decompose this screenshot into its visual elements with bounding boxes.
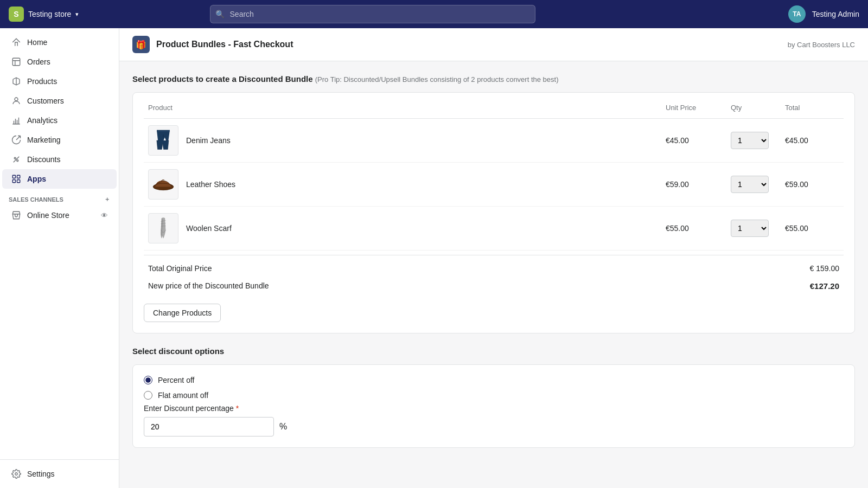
summary-new-price-row: New price of the Discounted Bundle €127.… xyxy=(144,277,844,295)
percent-symbol: % xyxy=(279,422,287,432)
store-icon xyxy=(11,210,22,221)
discount-section: Select discount options Percent off Flat… xyxy=(132,346,855,448)
products-section: Select products to create a Discounted B… xyxy=(132,74,855,333)
app-header-left: 🎁 Product Bundles - Fast Checkout xyxy=(132,36,293,53)
app-by: by Cart Boosters LLC xyxy=(788,41,855,49)
product-total-shoes: €59.00 xyxy=(785,180,839,189)
sidebar-item-home[interactable]: Home xyxy=(2,33,117,52)
customers-icon xyxy=(11,95,22,106)
orders-icon xyxy=(11,56,22,67)
table-row: Woolen Scarf €55.00 12345 €55.00 xyxy=(144,207,844,251)
product-cell-shoes: Leather Shoes xyxy=(148,169,666,200)
products-card: Product Unit Price Qty Total xyxy=(132,92,855,333)
sidebar-item-analytics[interactable]: Analytics xyxy=(2,111,117,130)
flat-amount-off-label: Flat amount off xyxy=(158,391,208,400)
product-name-shoes: Leather Shoes xyxy=(186,180,235,189)
product-qty-scarf[interactable]: 12345 xyxy=(731,220,769,237)
sidebar-item-settings[interactable]: Settings xyxy=(2,464,117,484)
store-dropdown-icon: ▾ xyxy=(75,11,79,18)
search-bar: 🔍 xyxy=(210,5,535,23)
svg-rect-5 xyxy=(17,175,20,178)
percent-off-radio[interactable] xyxy=(144,376,152,384)
discount-percentage-input[interactable] xyxy=(144,417,274,436)
analytics-icon xyxy=(11,115,22,126)
app-header: 🎁 Product Bundles - Fast Checkout by Car… xyxy=(119,28,868,61)
admin-name: Testing Admin xyxy=(812,10,859,18)
marketing-icon xyxy=(11,134,22,145)
sidebar-item-customers[interactable]: Customers xyxy=(2,91,117,111)
col-qty: Qty xyxy=(731,104,785,112)
percent-off-label: Percent off xyxy=(158,376,194,384)
col-total: Total xyxy=(785,104,839,112)
shopify-logo: S xyxy=(9,7,24,22)
home-icon xyxy=(11,37,22,48)
summary-original-value: € 159.00 xyxy=(810,264,840,273)
summary-original-price-row: Total Original Price € 159.00 xyxy=(144,260,844,277)
settings-icon xyxy=(11,468,22,479)
search-icon: 🔍 xyxy=(215,10,225,18)
store-brand[interactable]: S Testing store ▾ xyxy=(9,7,79,22)
col-unit-price: Unit Price xyxy=(666,104,731,112)
store-name: Testing store xyxy=(28,10,71,18)
percent-off-option[interactable]: Percent off xyxy=(144,376,844,384)
svg-point-3 xyxy=(17,160,18,162)
sidebar-item-discounts[interactable]: Discounts xyxy=(2,150,117,169)
required-star: * xyxy=(236,404,239,413)
sidebar-item-apps[interactable]: Apps xyxy=(2,169,117,189)
sidebar-label-analytics: Analytics xyxy=(27,116,58,125)
sidebar-label-home: Home xyxy=(27,38,47,47)
flat-amount-off-radio[interactable] xyxy=(144,391,152,400)
product-qty-jeans[interactable]: 12345 xyxy=(731,132,769,149)
product-cell-jeans: Denim Jeans xyxy=(148,125,666,156)
svg-point-8 xyxy=(15,473,18,476)
discount-input-row: % xyxy=(144,417,844,436)
sidebar-label-products: Products xyxy=(27,77,57,86)
flat-amount-off-option[interactable]: Flat amount off xyxy=(144,391,844,400)
change-products-button[interactable]: Change Products xyxy=(144,304,221,322)
table-row: Leather Shoes €59.00 12345 €59.00 xyxy=(144,163,844,207)
svg-rect-0 xyxy=(12,58,20,66)
sidebar-item-marketing[interactable]: Marketing xyxy=(2,130,117,150)
app-title: Product Bundles - Fast Checkout xyxy=(156,40,293,49)
sidebar: Home Orders Products Customers Analytics… xyxy=(0,28,119,488)
table-row: Denim Jeans €45.00 12345 €45.00 xyxy=(144,119,844,163)
product-total-jeans: €45.00 xyxy=(785,136,839,145)
sidebar-label-customers: Customers xyxy=(27,97,64,105)
product-total-scarf: €55.00 xyxy=(785,224,839,233)
add-sales-channel-button[interactable]: ＋ xyxy=(104,195,110,203)
main-content: 🎁 Product Bundles - Fast Checkout by Car… xyxy=(119,28,868,488)
page-content: Select products to create a Discounted B… xyxy=(119,61,868,474)
product-thumb-jeans xyxy=(148,125,178,156)
discount-options: Percent off Flat amount off xyxy=(144,376,844,400)
apps-icon xyxy=(11,174,22,184)
product-thumb-shoes xyxy=(148,169,178,200)
top-navigation: S Testing store ▾ 🔍 TA Testing Admin xyxy=(0,0,868,28)
product-qty-shoes[interactable]: 12345 xyxy=(731,176,769,193)
sidebar-item-products[interactable]: Products xyxy=(2,72,117,91)
search-input[interactable] xyxy=(210,5,535,23)
discount-section-heading: Select discount options xyxy=(132,346,855,356)
topnav-right: TA Testing Admin xyxy=(788,5,859,23)
discount-card: Percent off Flat amount off Enter Discou… xyxy=(132,364,855,448)
product-cell-scarf: Woolen Scarf xyxy=(148,213,666,243)
sales-channels-label: SALES CHANNELS xyxy=(9,196,63,203)
product-name-jeans: Denim Jeans xyxy=(186,136,231,145)
sidebar-label-discounts: Discounts xyxy=(27,155,60,164)
product-price-jeans: €45.00 xyxy=(666,136,731,145)
products-section-heading: Select products to create a Discounted B… xyxy=(132,74,855,84)
sidebar-label-online-store: Online Store xyxy=(27,211,69,220)
summary-new-value: €127.20 xyxy=(810,281,839,291)
summary-original-label: Total Original Price xyxy=(148,264,212,273)
sidebar-item-online-store[interactable]: Online Store 👁 xyxy=(2,206,117,225)
sidebar-label-orders: Orders xyxy=(27,57,50,66)
table-header: Product Unit Price Qty Total xyxy=(144,104,844,119)
svg-point-1 xyxy=(15,98,18,101)
svg-rect-7 xyxy=(17,180,20,183)
sidebar-item-orders[interactable]: Orders xyxy=(2,52,117,72)
sidebar-label-apps: Apps xyxy=(27,175,46,183)
col-product: Product xyxy=(148,104,666,112)
svg-rect-6 xyxy=(12,180,15,183)
discounts-icon xyxy=(11,154,22,165)
app-icon: 🎁 xyxy=(132,36,150,53)
avatar: TA xyxy=(788,5,806,23)
